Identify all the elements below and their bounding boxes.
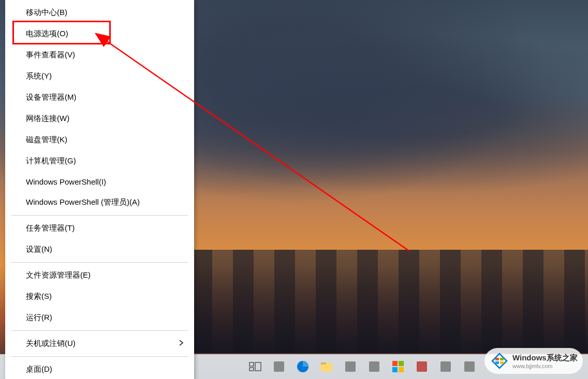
windows-logo-icon xyxy=(490,351,509,371)
taskbar-app-icon[interactable] xyxy=(267,355,291,378)
menu-item-label: 文件资源管理器(E) xyxy=(26,270,91,280)
svg-rect-2 xyxy=(249,362,254,366)
menu-item-label: 运行(R) xyxy=(26,313,52,323)
chevron-right-icon xyxy=(179,339,184,348)
svg-rect-11 xyxy=(392,361,398,366)
watermark-title: Windows系统之家 xyxy=(512,353,578,363)
taskbar-app-icon[interactable] xyxy=(386,355,410,378)
menu-settings[interactable]: 设置(N) xyxy=(5,239,194,260)
svg-rect-16 xyxy=(440,361,451,372)
watermark-badge: Windows系统之家 www.bjjmlv.com xyxy=(484,348,583,374)
svg-rect-8 xyxy=(321,362,326,365)
svg-rect-17 xyxy=(464,361,475,372)
menu-mobility-center[interactable]: 移动中心(B) xyxy=(5,2,194,23)
menu-file-explorer[interactable]: 文件资源管理器(E) xyxy=(5,265,194,286)
menu-shutdown-signout[interactable]: 关机或注销(U) xyxy=(5,333,194,354)
taskbar-edge-icon[interactable] xyxy=(291,355,315,378)
svg-rect-18 xyxy=(495,358,499,360)
menu-item-label: 事件查看器(V) xyxy=(26,50,75,60)
taskbar-app-icon[interactable] xyxy=(410,355,434,378)
svg-rect-14 xyxy=(399,367,404,372)
menu-item-label: 系统(Y) xyxy=(26,71,52,81)
svg-rect-15 xyxy=(417,361,427,372)
svg-rect-20 xyxy=(495,361,499,364)
menu-separator xyxy=(11,215,188,216)
menu-separator xyxy=(11,356,188,357)
menu-task-manager[interactable]: 任务管理器(T) xyxy=(5,218,194,239)
menu-computer-management[interactable]: 计算机管理(G) xyxy=(5,150,194,172)
taskbar-taskview-icon[interactable] xyxy=(243,355,267,378)
menu-item-label: Windows PowerShell(I) xyxy=(26,177,106,186)
svg-rect-13 xyxy=(392,367,398,372)
taskbar-fileexplorer-icon[interactable] xyxy=(315,355,339,378)
svg-rect-3 xyxy=(255,362,261,371)
menu-power-options[interactable]: 电源选项(O) xyxy=(5,23,194,44)
menu-item-label: Windows PowerShell (管理员)(A) xyxy=(26,198,140,207)
taskbar-app-icon[interactable] xyxy=(434,355,458,378)
menu-item-label: 设备管理器(M) xyxy=(26,93,77,102)
menu-item-label: 计算机管理(G) xyxy=(26,156,76,166)
menu-event-viewer[interactable]: 事件查看器(V) xyxy=(5,44,194,66)
svg-rect-12 xyxy=(399,361,404,366)
taskbar-app-icon[interactable] xyxy=(362,355,386,378)
menu-system[interactable]: 系统(Y) xyxy=(5,66,194,87)
winx-context-menu: 移动中心(B) 电源选项(O) 事件查看器(V) 系统(Y) 设备管理器(M) … xyxy=(5,0,194,379)
menu-item-label: 桌面(D) xyxy=(26,365,52,374)
svg-rect-7 xyxy=(321,363,332,371)
menu-disk-management[interactable]: 磁盘管理(K) xyxy=(5,129,194,150)
menu-separator xyxy=(11,262,188,263)
menu-item-label: 任务管理器(T) xyxy=(26,223,75,233)
menu-powershell-admin[interactable]: Windows PowerShell (管理员)(A) xyxy=(5,192,194,213)
menu-separator xyxy=(11,330,188,331)
menu-item-label: 网络连接(W) xyxy=(26,114,69,124)
svg-rect-21 xyxy=(500,361,504,364)
menu-item-label: 关机或注销(U) xyxy=(26,339,76,348)
svg-rect-10 xyxy=(369,361,379,372)
menu-run[interactable]: 运行(R) xyxy=(5,307,194,328)
menu-desktop[interactable]: 桌面(D) xyxy=(5,359,194,379)
menu-item-label: 搜索(S) xyxy=(26,292,52,301)
svg-rect-4 xyxy=(249,368,254,371)
svg-rect-9 xyxy=(345,361,356,372)
menu-network-connections[interactable]: 网络连接(W) xyxy=(5,108,194,129)
menu-item-label: 磁盘管理(K) xyxy=(26,135,67,145)
menu-powershell[interactable]: Windows PowerShell(I) xyxy=(5,172,194,192)
menu-item-label: 移动中心(B) xyxy=(26,8,67,18)
watermark-url: www.bjjmlv.com xyxy=(512,363,578,369)
taskbar-app-icon[interactable] xyxy=(339,355,362,378)
svg-rect-5 xyxy=(274,361,284,372)
svg-rect-19 xyxy=(500,358,504,360)
taskbar-app-icon[interactable] xyxy=(458,355,481,378)
menu-item-label: 设置(N) xyxy=(26,245,52,254)
menu-device-manager[interactable]: 设备管理器(M) xyxy=(5,87,194,108)
menu-item-label: 电源选项(O) xyxy=(26,29,68,39)
menu-search[interactable]: 搜索(S) xyxy=(5,286,194,307)
